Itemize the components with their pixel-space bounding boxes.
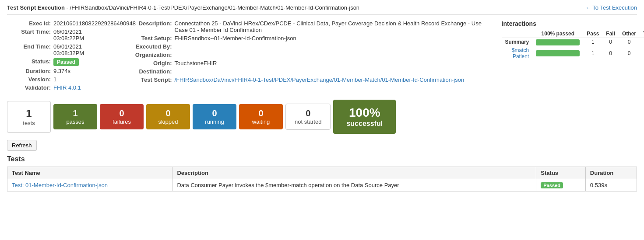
running-count: 0 (201, 108, 228, 118)
tests-section-title: Tests (7, 155, 637, 163)
col-duration: Duration (585, 167, 637, 179)
destination-label: Destination: (128, 68, 172, 75)
not-started-stat-box: 0 not started (285, 104, 331, 130)
test-duration-cell: 0.539s (585, 179, 637, 191)
test-description-cell: Data Consumer Payer invokes the $member-… (172, 179, 536, 191)
passes-label: passes (62, 118, 88, 125)
meta-section: Exec Id: 20210601180822929286490948 Star… (7, 20, 637, 93)
duration-label: Duration: (7, 68, 51, 74)
start-time-label: Start Time: (7, 28, 51, 35)
test-setup-label: Test Setup: (128, 35, 172, 42)
interaction-fail: 0 (602, 46, 619, 60)
running-label: running (201, 118, 228, 125)
status-label: Status: (7, 58, 51, 65)
running-stat-box: 0 running (193, 104, 236, 129)
meta-mid: Description: Connectathon 25 - DaVinci H… (128, 20, 484, 93)
progress-bar-container (536, 50, 580, 56)
validator-value: FHIR 4.0.1 (53, 84, 81, 91)
waiting-label: waiting (248, 118, 274, 125)
interaction-progress-cell (532, 38, 583, 46)
interaction-total: 1 (640, 38, 644, 46)
interaction-other: 0 (619, 38, 640, 46)
back-link[interactable]: ← To Test Execution (585, 4, 637, 11)
test-name-cell: Test: 01-Member-Id-Confirmation-json (7, 179, 172, 191)
skipped-label: skipped (155, 118, 181, 125)
tests-table: Test Name Description Status Duration Te… (7, 167, 637, 191)
failures-stat-box: 0 failures (100, 104, 144, 129)
refresh-button[interactable]: Refresh (7, 140, 37, 151)
test-name-link[interactable]: Test: 01-Member-Id-Confirmation-json (12, 182, 108, 188)
exec-id-value: 20210601180822929286490948 (53, 20, 136, 27)
test-setup-value: FHIRSandbox--01-Member-Id-Confirmation-j… (175, 35, 296, 42)
interaction-row: $match Patient1001 (502, 46, 644, 60)
failures-label: failures (109, 118, 135, 125)
organization-label: Organization: (128, 52, 172, 58)
not-started-label: not started (295, 118, 321, 125)
test-script-label: Test Script: (128, 77, 172, 83)
validator-label: Validator: (7, 84, 51, 91)
executed-by-label: Executed By: (128, 43, 172, 50)
test-status-badge: Passed (541, 182, 563, 188)
waiting-stat-box: 0 waiting (239, 104, 283, 129)
description-value: Connectathon 25 - DaVinci HRex/CDex/PCDE… (175, 20, 484, 33)
progress-bar-fill (536, 50, 580, 56)
interaction-total: 1 (640, 46, 644, 60)
success-label: successful (346, 120, 383, 128)
end-time-label: End Time: (7, 43, 51, 50)
col-header-pass: Pass (583, 30, 602, 38)
test-status-cell: Passed (536, 179, 586, 191)
progress-bar-fill (536, 39, 580, 45)
version-label: Version: (7, 76, 51, 83)
tests-stat-box: 1 tests (7, 101, 51, 133)
success-box: 100% successful (333, 100, 396, 134)
interaction-fail: 0 (602, 38, 619, 46)
not-started-count: 0 (295, 108, 321, 118)
interaction-summary-label: Summary (502, 38, 533, 46)
duration-value: 9.374s (53, 68, 70, 74)
failures-count: 0 (109, 108, 135, 118)
exec-id-label: Exec Id: (7, 20, 51, 27)
tests-count: 1 (16, 108, 42, 120)
interactions-table: 100% passed Pass Fail Other Total Summar… (502, 30, 644, 60)
interaction-pass: 1 (583, 46, 602, 60)
origin-value: TouchstoneFHIR (175, 60, 217, 66)
interaction-progress-cell (532, 46, 583, 60)
success-pct: 100% (346, 106, 383, 120)
interactions-title: Interactions (502, 20, 637, 27)
interaction-link-label: $match Patient (502, 46, 533, 60)
start-time-value: 06/01/2021 03:08:22PM (53, 28, 111, 42)
skipped-count: 0 (155, 108, 181, 118)
col-test-name: Test Name (7, 167, 172, 179)
col-header-total: Total (640, 30, 644, 38)
interaction-row: Summary1001 (502, 38, 644, 46)
col-status: Status (536, 167, 586, 179)
progress-bar-container (536, 39, 580, 45)
test-script-value: /FHIRSandbox/DaVinci/FHIR4-0-1-Test/PDEX… (175, 77, 465, 83)
col-header-passed: 100% passed (532, 30, 583, 38)
status-badge: Passed (53, 58, 79, 66)
col-header-fail: Fail (602, 30, 619, 38)
waiting-count: 0 (248, 108, 274, 118)
skipped-stat-box: 0 skipped (146, 104, 190, 129)
end-time-value: 06/01/2021 03:08:32PM (53, 43, 111, 56)
col-header-empty (502, 30, 533, 38)
version-value: 1 (53, 76, 56, 83)
page-title: Test Script Execution - /FHIRSandbox/DaV… (7, 4, 359, 11)
tests-label: tests (16, 120, 42, 126)
interactions-section: Interactions 100% passed Pass Fail Other… (502, 20, 637, 93)
meta-left: Exec Id: 20210601180822929286490948 Star… (7, 20, 111, 93)
passes-stat-box: 1 passes (53, 104, 97, 129)
col-header-other: Other (619, 30, 640, 38)
col-description: Description (172, 167, 536, 179)
table-row: Test: 01-Member-Id-Confirmation-jsonData… (7, 179, 637, 191)
origin-label: Origin: (128, 60, 172, 66)
page-header: Test Script Execution - /FHIRSandbox/DaV… (7, 4, 637, 15)
description-label: Description: (128, 20, 172, 27)
interaction-other: 0 (619, 46, 640, 60)
passes-count: 1 (62, 108, 88, 118)
tests-table-header-row: Test Name Description Status Duration (7, 167, 637, 179)
interaction-pass: 1 (583, 38, 602, 46)
stats-row: 1 tests 1 passes 0 failures 0 skipped 0 … (7, 100, 637, 134)
